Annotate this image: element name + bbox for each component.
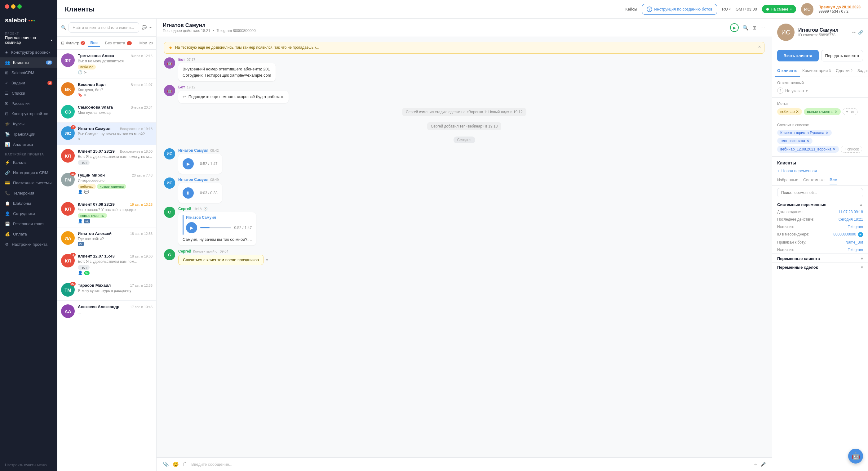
more-icon[interactable]: ⋯ [760, 24, 766, 31]
list-item[interactable]: КЛ Клиент 15.07 23:29 Воскресенье в 18:0… [57, 145, 156, 169]
sidebar-item-newsletters[interactable]: ✉ Рассылки [0, 98, 57, 109]
sidebar-item-funnel-builder[interactable]: ◈ Конструктор воронок [0, 47, 57, 57]
link-icon[interactable]: 🔗 [858, 30, 863, 35]
note-icon[interactable]: 🗒 [183, 462, 188, 467]
sidebar-item-lists[interactable]: ☰ Списки [0, 88, 57, 98]
sidebar-item-payment-systems[interactable]: 💳 Платежные системы [0, 178, 57, 188]
sidebar-item-broadcasts[interactable]: 📡 Трансляции [0, 129, 57, 139]
close-icon[interactable]: ✕ [796, 110, 799, 114]
add-tag-btn[interactable]: + тег [843, 108, 858, 115]
close-icon[interactable]: ✕ [806, 139, 809, 143]
tab-tasks[interactable]: Задачи 4 [855, 65, 868, 77]
close-window-btn[interactable] [5, 4, 9, 9]
var-row: Последнее действие: Сегодня 18:21 [772, 216, 868, 223]
close-icon[interactable]: ✕ [758, 45, 761, 49]
variable-search [772, 185, 868, 200]
play-button[interactable]: ▶ [183, 158, 194, 169]
chat-input[interactable] [191, 462, 750, 467]
customize-menu-btn[interactable]: Настроить пункты меню [0, 459, 57, 471]
close-icon[interactable]: ✕ [835, 110, 838, 114]
pause-button[interactable]: ⏸ [183, 187, 194, 199]
new-variable-btn[interactable]: + Новая переменная [772, 167, 868, 175]
tab-all[interactable]: Все [88, 39, 100, 47]
message-row: 🤖 Бот 07:17 Внутренний номер ответившего… [164, 57, 765, 81]
list-tag: Клиенты юриста Руслана ✕ [777, 130, 832, 136]
list-item[interactable]: ВК Веселов Карл Вчера в 11:07 Как дела, … [57, 79, 156, 101]
edit-icon[interactable]: ✏ [852, 30, 856, 35]
clients-badge: 10 [46, 60, 52, 64]
var-tab-system[interactable]: Системные [803, 177, 825, 185]
tab-deals[interactable]: Сделки 2 [833, 65, 855, 77]
close-icon[interactable]: ✕ [833, 147, 836, 151]
reaction-icon[interactable]: 😊 [173, 461, 179, 467]
instruction-btn[interactable]: ? Инструкция по созданию ботов [642, 4, 717, 14]
search-input[interactable] [68, 22, 139, 33]
list-item[interactable]: СЗ Самсонова Злата Вчера в 20:34 Мне нуж… [57, 101, 156, 123]
tab-mine[interactable]: Мои 28 [137, 39, 155, 47]
bot-fab[interactable]: 🤖 [848, 449, 863, 464]
user-avatar[interactable]: ИС [801, 3, 813, 16]
sidebar-item-payment[interactable]: 💰 Оплата [0, 229, 57, 239]
list-item[interactable]: КЛ Клиент 07.09 23:29 19 авг. в 13:28 Че… [57, 198, 156, 228]
var-tab-all[interactable]: Все [830, 177, 837, 185]
attachment-icon[interactable]: 📎 [163, 461, 169, 467]
sidebar-item-channels[interactable]: ⚡ Каналы [0, 157, 57, 168]
chevron-down-icon[interactable]: ▾ [861, 265, 863, 270]
tab-about[interactable]: О клиенте [775, 65, 800, 77]
chevron-down-icon[interactable]: ▾ [806, 88, 808, 93]
sidebar-item-backup[interactable]: 💾 Резервная копия [0, 219, 57, 229]
sidebar-item-salebotcrm[interactable]: ⊞ SalebotCRM [0, 68, 57, 78]
play-button[interactable]: ▶ [186, 222, 197, 233]
list-item[interactable]: ГМ 17 Гущин Мирон 20 авг. в 7:48 Интерес… [57, 169, 156, 198]
transfer-client-btn[interactable]: Передать клиента [821, 50, 863, 61]
mic-icon[interactable]: 🎤 [761, 462, 766, 467]
sidebar-item-courses[interactable]: 🎓 Курсы [0, 119, 57, 129]
close-icon[interactable]: ✕ [826, 130, 829, 135]
list-item[interactable]: ТМ 27 Тарасов Михаил 17 авг. в 12:35 Я х… [57, 279, 156, 301]
list-item[interactable]: ИА Игнатов Алексей 18 авг. в 12:56 Где в… [57, 228, 156, 250]
avatar: ИС [164, 177, 175, 189]
client-info: Игнатов Самуил Воскресенье в 19:18 Вы: С… [78, 126, 153, 141]
take-client-btn[interactable]: Взять клиента [777, 50, 819, 61]
tab-no-answer[interactable]: Без ответа 2 [103, 39, 134, 47]
message-bubble: Сергей 19:18 🕐 Игнатов Самуил ▶ [178, 207, 256, 246]
filter-badge: 2 [81, 41, 86, 45]
more-icon[interactable]: ⋯ [149, 25, 153, 30]
filter-btn[interactable]: ⊟ Фильтр 2 [61, 41, 85, 45]
status-btn[interactable]: На смене ▾ [762, 5, 796, 13]
tab-comments[interactable]: Комментарии 3 [800, 65, 833, 77]
chevron-up-icon[interactable]: ▲ [859, 202, 863, 207]
sidebar-item-clients[interactable]: 👥 Клиенты 10 [0, 57, 57, 68]
list-item[interactable]: ИС 2 Игнатов Самуил Воскресенье в 19:18 … [57, 123, 156, 145]
list-item[interactable]: КЛ 3 Клиент 12.07 15:43 18 авг. в 19:00 … [57, 250, 156, 279]
columns-icon[interactable]: ⊞ [752, 25, 756, 31]
sidebar-item-telephony[interactable]: 📞 Телефония [0, 188, 57, 198]
project-name[interactable]: Приглашение на семинар ▾ [5, 35, 52, 45]
sidebar-item-templates[interactable]: 📋 Шаблоны [0, 198, 57, 208]
language-selector[interactable]: RU ▾ [722, 7, 731, 11]
list-item[interactable]: ФТ Третьякова Алика Вчера в 12:16 Вы: я … [57, 50, 156, 79]
maximize-window-btn[interactable] [18, 4, 22, 9]
sidebar-item-crm-integration[interactable]: 🔗 Интеграция с CRM [0, 168, 57, 178]
search-icon[interactable]: 🔍 [742, 25, 749, 31]
minimize-window-btn[interactable] [11, 4, 16, 9]
settings-section-label: НАСТРОЙКИ ПРОЕКТА [0, 150, 57, 157]
list-item[interactable]: АА Алексеев Александр 17 авг. в 10:45 ..… [57, 301, 156, 322]
sidebar-item-analytics[interactable]: 📊 Аналитика [0, 139, 57, 150]
variable-search-input[interactable] [777, 188, 863, 197]
cases-link[interactable]: Кейсы [625, 7, 637, 11]
chevron-down-icon[interactable]: ▾ [861, 256, 863, 261]
avatar: ГМ 17 [61, 173, 75, 186]
play-icon[interactable]: ▶ [730, 23, 739, 32]
sidebar-item-tasks[interactable]: ✓ Задачи 3 [0, 78, 57, 88]
sidebar-item-site-builder[interactable]: ⊡ Конструктор сайтов [0, 109, 57, 119]
sidebar-item-project-settings[interactable]: ⚙ Настройки проекта [0, 239, 57, 249]
sidebar-item-employees[interactable]: 👤 Сотрудники [0, 208, 57, 219]
var-tab-favorites[interactable]: Избранные [777, 177, 798, 185]
reply-icon[interactable]: ↩ [754, 462, 757, 467]
chat-icon[interactable]: 💬 [142, 25, 147, 30]
add-list-btn[interactable]: + список [841, 146, 862, 153]
client-tag: тест [78, 160, 90, 165]
client-tag: новые клиенты [97, 184, 126, 189]
chevron-down-icon[interactable]: ▾ [266, 258, 268, 262]
